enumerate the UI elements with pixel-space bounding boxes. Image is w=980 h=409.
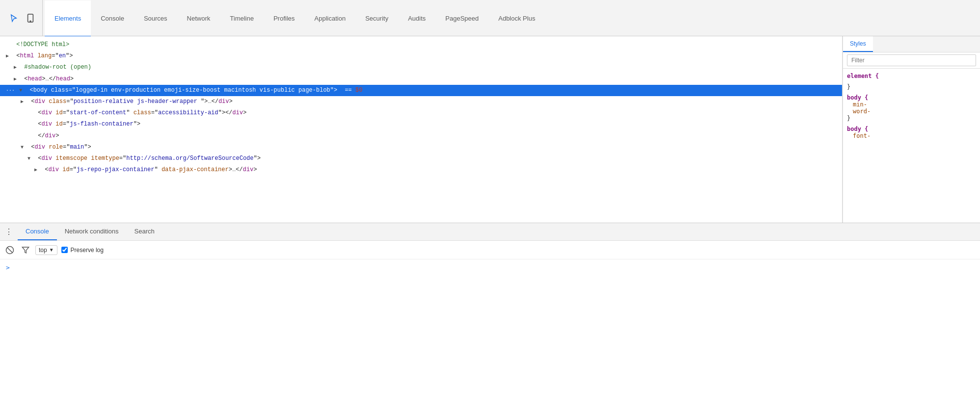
dom-line[interactable]: <div role="main"> bbox=[0, 142, 842, 153]
tab-styles[interactable]: Styles bbox=[843, 36, 873, 52]
svg-marker-4 bbox=[22, 247, 28, 253]
doctype-text: <!DOCTYPE html> bbox=[16, 41, 69, 48]
triangle-icon[interactable] bbox=[21, 98, 27, 106]
styles-filter-input[interactable] bbox=[847, 54, 976, 66]
triangle-icon[interactable] bbox=[19, 87, 26, 95]
tab-adblock[interactable]: Adblock Plus bbox=[489, 0, 545, 37]
dom-line[interactable]: #shadow-root (open) bbox=[0, 62, 842, 73]
tab-network-conditions[interactable]: Network conditions bbox=[57, 223, 127, 240]
tab-console[interactable]: Console bbox=[91, 0, 134, 37]
tab-elements[interactable]: Elements bbox=[45, 0, 91, 37]
tab-profiles[interactable]: Profiles bbox=[264, 0, 304, 37]
css-rule: element { bbox=[847, 73, 976, 79]
dom-line[interactable]: <!DOCTYPE html> bbox=[0, 39, 842, 51]
triangle-icon[interactable] bbox=[14, 76, 21, 83]
triangle-icon[interactable] bbox=[14, 64, 21, 72]
equals-badge: == $0 bbox=[345, 87, 362, 94]
chevron-down-icon: ▼ bbox=[49, 247, 54, 253]
triangle-icon[interactable] bbox=[6, 52, 13, 60]
toolbar-icon-group bbox=[2, 0, 43, 36]
toolbar-tabs: Elements Console Sources Network Timelin… bbox=[45, 0, 545, 36]
console-toolbar: top ▼ Preserve log bbox=[0, 241, 980, 259]
dom-line[interactable]: <div id="js-flash-container"> bbox=[0, 119, 842, 130]
svg-line-3 bbox=[7, 247, 13, 253]
console-prompt-icon: > bbox=[6, 264, 10, 271]
bottom-panel: ⋮ Console Network conditions Search top bbox=[0, 223, 980, 409]
console-filter-button[interactable] bbox=[20, 244, 31, 256]
svg-point-1 bbox=[30, 21, 31, 22]
dom-line-body[interactable]: ··· <body class="logged-in env-productio… bbox=[0, 85, 842, 96]
bottom-tabs-bar: ⋮ Console Network conditions Search bbox=[0, 223, 980, 241]
tab-security[interactable]: Security bbox=[355, 0, 398, 37]
dom-line[interactable]: <div id="start-of-content" class="access… bbox=[0, 107, 842, 119]
dom-line[interactable]: <html lang="en"> bbox=[0, 51, 842, 62]
styles-filter-area bbox=[843, 52, 980, 69]
mobile-icon[interactable] bbox=[23, 10, 38, 26]
tab-application[interactable]: Application bbox=[304, 0, 355, 37]
shadow-root-text: #shadow-root (open) bbox=[24, 64, 91, 71]
tab-audits[interactable]: Audits bbox=[398, 0, 436, 37]
dom-line[interactable]: <head>…</head> bbox=[0, 74, 842, 85]
dom-line[interactable]: <div itemscope itemtype="http://schema.o… bbox=[0, 153, 842, 164]
three-dots-icon: ⋮ bbox=[5, 227, 13, 236]
css-rule: body { min- word- } bbox=[847, 94, 976, 122]
console-input-area: > bbox=[0, 259, 980, 409]
more-options-icon[interactable]: ⋮ bbox=[2, 225, 16, 239]
preserve-log-text: Preserve log bbox=[71, 247, 104, 254]
css-rule: body { font- bbox=[847, 126, 976, 139]
styles-tabs-header: Styles bbox=[843, 36, 980, 52]
preserve-log-label[interactable]: Preserve log bbox=[61, 247, 104, 254]
tab-pagespeed[interactable]: PageSpeed bbox=[436, 0, 489, 37]
triangle-icon[interactable] bbox=[21, 144, 27, 152]
tab-console-bottom[interactable]: Console bbox=[18, 223, 57, 240]
console-input[interactable] bbox=[14, 263, 974, 271]
devtools-toolbar: Elements Console Sources Network Timelin… bbox=[0, 0, 980, 36]
context-value: top bbox=[39, 247, 47, 254]
triangle-icon[interactable] bbox=[27, 155, 34, 163]
context-selector[interactable]: top ▼ bbox=[35, 245, 57, 255]
tab-timeline[interactable]: Timeline bbox=[220, 0, 264, 37]
dom-line[interactable]: <div class="position-relative js-header-… bbox=[0, 96, 842, 107]
dom-line[interactable]: <div id="js-repo-pjax-container" data-pj… bbox=[0, 164, 842, 176]
cursor-icon[interactable] bbox=[6, 10, 22, 26]
tab-search[interactable]: Search bbox=[127, 223, 163, 240]
devtools-window: Elements Console Sources Network Timelin… bbox=[0, 0, 980, 409]
tab-sources[interactable]: Sources bbox=[134, 0, 177, 37]
dots-indicator: ··· bbox=[6, 88, 15, 93]
triangle-icon[interactable] bbox=[34, 166, 41, 174]
css-rule: } bbox=[847, 83, 976, 90]
console-clear-button[interactable] bbox=[4, 244, 16, 256]
tab-network[interactable]: Network bbox=[177, 0, 220, 37]
preserve-log-checkbox[interactable] bbox=[61, 247, 68, 253]
dom-line[interactable]: </div> bbox=[0, 130, 842, 142]
